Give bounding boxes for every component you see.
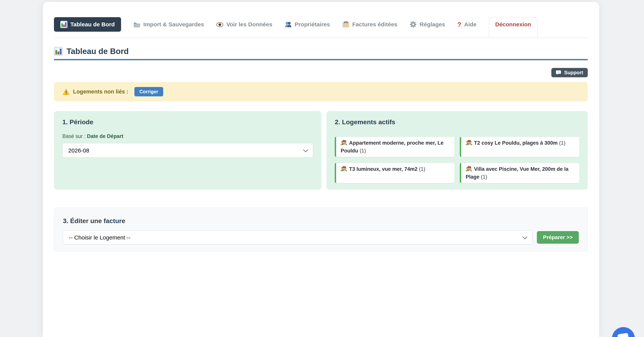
users-icon	[284, 21, 292, 28]
lodging-name: Appartement moderne, proche mer, Le Poul…	[341, 140, 444, 154]
lodging-card: T3 lumineux, vue mer, 74m2(1)	[335, 163, 454, 183]
tab-label: Tableau de Bord	[70, 21, 115, 28]
page-title-text: Tableau de Bord	[66, 47, 129, 56]
lodging-name: T3 lumineux, vue mer, 74m2	[349, 166, 418, 172]
folder-icon	[133, 21, 140, 28]
preparer-button[interactable]: Préparer >>	[537, 231, 579, 244]
title-underline	[54, 59, 588, 60]
lodgings-heading: 2. Logements actifs	[335, 118, 579, 126]
warning-text: Logements non liés :	[73, 89, 128, 95]
lodging-card: Villa avec Piscine, Vue Mer, 200m de la …	[460, 163, 579, 183]
period-heading: 1. Période	[62, 118, 313, 126]
speech-balloon-icon	[556, 70, 562, 75]
lodging-count: (1)	[559, 140, 566, 146]
warning-icon	[63, 89, 70, 95]
tab-aide[interactable]: ? Aide	[457, 21, 476, 28]
lodging-card: Appartement moderne, proche mer, Le Poul…	[335, 137, 454, 157]
eye-icon	[216, 21, 224, 28]
invoice-heading: 3. Éditer une facture	[63, 217, 579, 225]
lodging-card: T2 cosy Le Pouldu, plages à 300m(1)	[460, 137, 579, 157]
support-label: Support	[564, 70, 583, 76]
house-icon	[466, 140, 472, 145]
tab-proprietaires[interactable]: Propriétaires	[284, 21, 330, 28]
tab-label: Déconnexion	[495, 21, 531, 28]
lodging-count: (1)	[360, 148, 366, 154]
lodging-select[interactable]: -- Choisir le Logement --	[63, 230, 532, 244]
tab-label: Propriétaires	[294, 21, 330, 28]
based-on-value: Date de Départ	[87, 133, 123, 139]
main-nav: Tableau de Bord Import & Sauvegardes Voi…	[54, 17, 588, 38]
warning-banner: Logements non liés : Corriger	[54, 82, 588, 101]
tab-label: Voir les Données	[226, 21, 272, 28]
lodging-count: (1)	[419, 166, 425, 172]
active-lodgings-panel: 2. Logements actifs Appartement moderne,…	[326, 111, 588, 190]
house-icon	[341, 166, 347, 171]
corriger-button[interactable]: Corriger	[134, 87, 163, 96]
card-index-icon	[342, 21, 350, 28]
tab-import-sauvegardes[interactable]: Import & Sauvegardes	[133, 21, 204, 28]
gear-icon	[410, 21, 417, 28]
period-select[interactable]: 2026-08	[62, 143, 313, 158]
tab-tableau-de-bord[interactable]: Tableau de Bord	[54, 17, 121, 32]
period-panel: 1. Période Basé sur : Date de Départ 202…	[54, 111, 322, 190]
based-on-label: Basé sur : Date de Départ	[62, 133, 313, 139]
bar-chart-icon	[60, 21, 68, 28]
edit-invoice-panel: 3. Éditer une facture -- Choisir le Loge…	[54, 207, 588, 251]
tab-reglages[interactable]: Réglages	[410, 21, 445, 28]
tab-voir-les-donnees[interactable]: Voir les Données	[216, 21, 272, 28]
tab-label: Factures éditées	[352, 21, 398, 28]
lodging-count: (1)	[481, 174, 487, 180]
tab-label: Réglages	[420, 21, 445, 28]
tab-label: Aide	[464, 21, 476, 28]
house-icon	[341, 140, 347, 145]
speech-balloon-icon	[617, 333, 629, 337]
house-icon	[466, 166, 472, 171]
app-window: Tableau de Bord Import & Sauvegardes Voi…	[43, 2, 599, 337]
support-button[interactable]: Support	[551, 68, 588, 77]
chat-widget-button[interactable]	[612, 327, 635, 337]
page-title: Tableau de Bord	[54, 47, 588, 56]
tab-label: Import & Sauvegardes	[143, 21, 204, 28]
bar-chart-icon	[54, 47, 63, 56]
tab-deconnexion[interactable]: Déconnexion	[489, 17, 538, 32]
red-question-mark-icon: ?	[457, 21, 461, 28]
tab-factures-editees[interactable]: Factures éditées	[342, 21, 398, 28]
lodging-name: T2 cosy Le Pouldu, plages à 300m	[474, 140, 558, 146]
